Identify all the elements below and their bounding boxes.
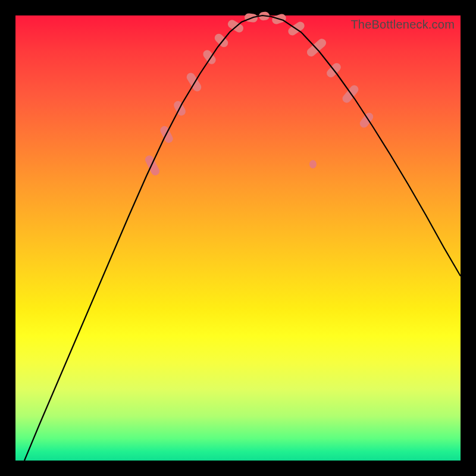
curve-marker [226,18,245,34]
chart-svg [15,15,461,461]
curve-marker [309,160,317,168]
plot-area: TheBottleneck.com [15,15,461,461]
markers-group [144,11,375,177]
chart-frame: TheBottleneck.com [0,0,476,476]
bottleneck-curve [24,15,461,461]
curve-marker [144,154,161,177]
